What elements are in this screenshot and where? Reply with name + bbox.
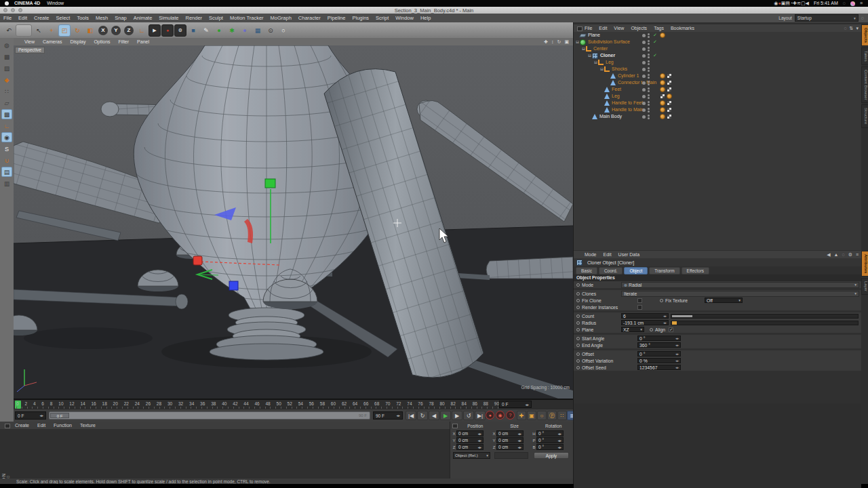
viewport-menu-item[interactable]: Cameras (43, 39, 62, 44)
material-menu-item[interactable]: Create (15, 423, 29, 428)
dock-side-tab[interactable]: Structure (861, 104, 868, 127)
tag-icon[interactable] (667, 107, 672, 113)
object-label[interactable]: Feet (612, 86, 621, 93)
radius-field[interactable]: -193.1 cm◂▸ (621, 320, 669, 325)
last-tool-icon[interactable]: ◧ (84, 24, 96, 37)
apple-icon[interactable] (5, 1, 9, 5)
app-menu-item[interactable]: Help (417, 15, 434, 21)
rotate-icon[interactable]: ↻ (71, 24, 83, 37)
object-row[interactable]: Leg (574, 93, 861, 100)
keyframe-dot-icon[interactable] (576, 366, 580, 369)
visibility-dots-icon[interactable] (647, 73, 650, 79)
visibility-dots-icon[interactable] (647, 107, 650, 113)
app-menu-item[interactable]: Render (182, 15, 206, 21)
app-menu-item[interactable]: Tools (73, 15, 92, 21)
camera-label[interactable]: Perspective (15, 47, 45, 54)
app-menu-item[interactable]: Edit (15, 15, 31, 21)
interactive-workplane-icon[interactable]: ▥ (1, 178, 12, 188)
object-manager-menu-item[interactable]: View (614, 26, 624, 30)
visibility-dots-icon[interactable] (647, 33, 650, 39)
tag-icon[interactable] (660, 80, 665, 85)
panel-pin-icon[interactable] (5, 424, 10, 428)
offset-seed-field[interactable]: 1234567◂▸ (637, 365, 681, 370)
app-menu-item[interactable]: Snap (111, 15, 130, 21)
app-menu-item[interactable]: Plugins (349, 15, 372, 21)
position-field[interactable]: 0 cm◂▸ (456, 437, 484, 443)
environment-icon[interactable]: ▦ (252, 24, 264, 37)
light-icon[interactable]: ○ (277, 24, 290, 37)
range-start-handle[interactable]: 0 F (50, 413, 69, 418)
tag-icon[interactable] (667, 94, 672, 99)
key-scale-toggle[interactable]: ▣ (527, 411, 536, 420)
layout-search-icon[interactable]: ◌ (861, 16, 864, 20)
viewport-menu-item[interactable]: Options (94, 39, 110, 44)
layer-dot-icon[interactable] (642, 115, 646, 119)
viewport-menu-item[interactable]: Display (70, 39, 85, 44)
lock-x-icon[interactable]: X (98, 26, 108, 35)
points-mode-icon[interactable]: ∷ (1, 86, 12, 96)
object-label[interactable]: Leg (606, 59, 614, 66)
app-menu-item[interactable]: Mesh (92, 15, 111, 21)
tag-icon[interactable] (660, 33, 665, 38)
material-menu-item[interactable]: Edit (37, 423, 45, 428)
tag-icon[interactable] (667, 73, 672, 79)
layer-dot-icon[interactable] (642, 108, 646, 112)
visibility-dots-icon[interactable] (647, 39, 650, 45)
deformer-icon[interactable]: ● (239, 24, 251, 37)
visibility-dots-icon[interactable] (647, 94, 650, 100)
object-manager-menu-item[interactable]: Tags (654, 26, 664, 30)
object-row[interactable]: ⊟ Subdivision Surface ✓ (574, 39, 861, 45)
app-menu-item[interactable]: MoGraph (267, 15, 295, 21)
start-angle-field[interactable]: 0 °◂▸ (637, 336, 681, 341)
record-keyframe-button[interactable]: ● (486, 411, 494, 420)
object-row[interactable]: Handle to Feet (574, 100, 861, 106)
object-label[interactable]: Handle to Feet (612, 100, 643, 106)
align-checkbox[interactable]: ✓ (669, 327, 673, 332)
enable-check-icon[interactable]: ✓ (652, 39, 658, 45)
end-angle-field[interactable]: 360 °◂▸ (637, 342, 681, 348)
attribute-tab[interactable]: Effectors (682, 267, 710, 274)
tag-icon[interactable] (667, 80, 672, 85)
key-parameter-toggle[interactable]: Ⓟ (547, 411, 557, 420)
subdivision-surface-icon[interactable]: ● (213, 24, 225, 37)
object-row[interactable]: ⊟ Cloner ✓ (574, 52, 861, 59)
macos-menu-window[interactable]: Window (47, 0, 64, 7)
attribute-tab[interactable]: Object (624, 267, 648, 274)
keyframe-dot-icon[interactable] (576, 359, 580, 363)
autokeying-button[interactable]: ◉ (496, 411, 505, 420)
loop-button[interactable]: ↺ (463, 411, 474, 420)
search-icon[interactable]: ◌ (842, 252, 844, 258)
dock-side-tab[interactable]: Takes (861, 47, 868, 65)
keyframe-dot-icon[interactable] (576, 283, 580, 287)
layer-dot-icon[interactable] (642, 47, 646, 51)
rotation-field[interactable]: 0 °◂▸ (536, 437, 564, 443)
texture-mode-icon[interactable]: ▨ (1, 63, 12, 73)
layer-dot-icon[interactable] (642, 95, 646, 98)
object-row[interactable]: Cylinder 1 (574, 73, 861, 79)
tag-icon[interactable] (667, 87, 672, 92)
position-field[interactable]: 0 cm◂▸ (456, 430, 484, 436)
render-settings-icon[interactable]: ⚙ (174, 24, 186, 37)
dock-side-tab[interactable]: Objects (861, 24, 868, 46)
object-label[interactable]: Shocks (612, 66, 627, 73)
rotation-field[interactable]: 0 °◂▸ (536, 430, 564, 436)
object-row[interactable]: Plane ✓ (574, 32, 861, 39)
attribute-menu-item[interactable]: Mode (585, 252, 597, 257)
object-label[interactable]: Cylinder 1 (618, 73, 639, 79)
play-button[interactable]: ▶ (440, 411, 451, 420)
mode-dropdown[interactable]: ⊛Radial ▾ (621, 282, 859, 288)
pan-view-icon[interactable]: ✚ (544, 39, 548, 45)
viewport-menu-item[interactable]: Filter (119, 39, 130, 44)
lock-icon[interactable]: ⚙ (848, 252, 852, 258)
start-frame-field[interactable]: 0 F◂▸ (15, 411, 46, 420)
layer-dot-icon[interactable] (642, 61, 646, 64)
tag-icon[interactable] (660, 94, 665, 99)
keyframe-dot-icon[interactable] (576, 314, 580, 318)
material-menu-item[interactable]: Texture (80, 423, 96, 428)
keyframe-dot-icon[interactable] (576, 344, 580, 347)
object-manager-menu-item[interactable]: Objects (631, 26, 647, 30)
tag-icon[interactable] (660, 87, 665, 92)
app-menu-item[interactable]: Animate (130, 15, 156, 21)
rotation-field[interactable]: 0 °◂▸ (536, 444, 564, 450)
visibility-dots-icon[interactable] (647, 53, 650, 59)
